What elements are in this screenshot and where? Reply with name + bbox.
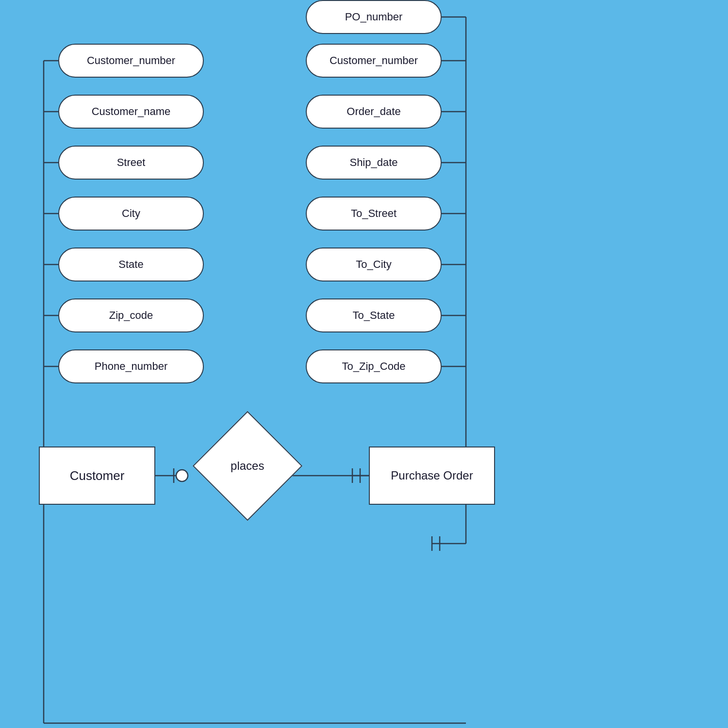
attr-zip-code: Zip_code	[58, 298, 204, 332]
entity-purchase-order: Customer Purchase Order	[369, 447, 495, 505]
svg-point-21	[176, 470, 188, 481]
attr-po-customer-number: Customer_number	[306, 44, 442, 78]
attr-to-zip-code: To_Zip_Code	[306, 349, 442, 383]
entity-customer: Customer	[39, 447, 155, 505]
diagram-container: Customer_number Customer_name Street Cit…	[0, 0, 728, 728]
attr-state: State	[58, 248, 204, 281]
attr-to-street: To_Street	[306, 197, 442, 231]
relationship-places: places	[193, 411, 302, 521]
attr-order-date: Order_date	[306, 95, 442, 129]
attr-customer-name: Customer_name	[58, 95, 204, 129]
attr-customer-number: Customer_number	[58, 44, 204, 78]
attr-to-state: To_State	[306, 298, 442, 332]
attr-phone-number: Phone_number	[58, 349, 204, 383]
attr-city: City	[58, 197, 204, 231]
attr-ship-date: Ship_date	[306, 146, 442, 180]
attr-po-number: PO_number	[306, 0, 442, 34]
attr-street: Street	[58, 146, 204, 180]
relationship-label: places	[231, 459, 264, 473]
attr-to-city: To_City	[306, 248, 442, 281]
